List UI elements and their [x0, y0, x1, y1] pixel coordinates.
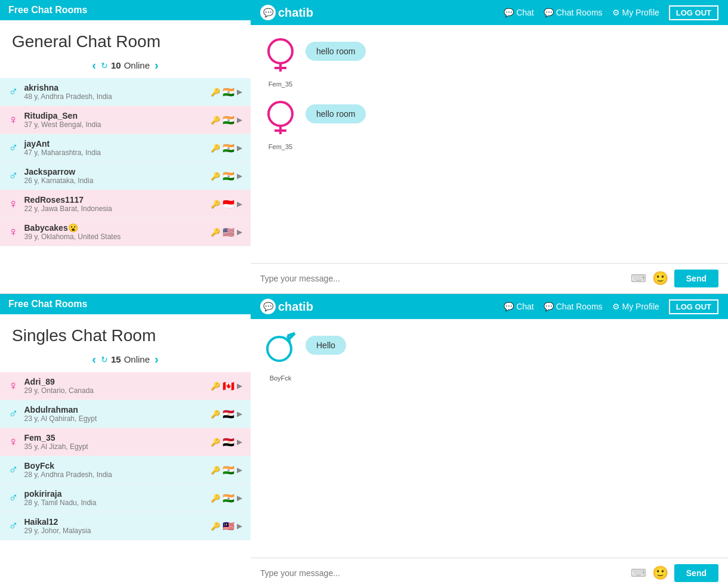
chat-message: Fem_35hello room — [263, 100, 716, 150]
next-arrow-top[interactable]: › — [155, 58, 159, 72]
prev-arrow-bottom[interactable]: ‹ — [92, 352, 96, 366]
next-arrow-bottom[interactable]: › — [155, 352, 159, 366]
gear-icon-top: ⚙ — [612, 8, 620, 17]
refresh-icon-top[interactable]: ↻ — [101, 61, 108, 70]
logo-icon-bottom: 💬 — [260, 299, 276, 314]
message-input-bottom[interactable] — [260, 565, 625, 581]
play-icon[interactable]: ▶ — [237, 466, 242, 474]
nav-links-bottom: 💬 Chat 💬 Chat Rooms ⚙ My Profile LOG OUT — [504, 299, 718, 314]
flag-icon: 🇨🇦 — [223, 380, 235, 392]
gender-icon: ♀ — [8, 196, 18, 212]
chat-link-bottom[interactable]: 💬 Chat — [504, 302, 534, 311]
list-item[interactable]: ♀Ritudipa_Sen37 y, West Bengal, India🔑🇮🇳… — [0, 106, 251, 134]
gender-icon: ♂ — [8, 168, 18, 184]
bottom-left-header-text: Free Chat Rooms — [8, 299, 87, 310]
avatar: Fem_35 — [263, 37, 298, 88]
chat-message: Fem_35hello room — [263, 37, 716, 88]
play-icon[interactable]: ▶ — [237, 144, 242, 152]
chatrooms-link-top[interactable]: 💬 Chat Rooms — [544, 8, 603, 17]
user-name: jayAnt — [24, 139, 205, 148]
top-right-header: 💬 chatib 💬 Chat 💬 Chat Rooms ⚙ My Profil… — [251, 0, 728, 25]
online-label-bottom: Online — [124, 354, 150, 364]
user-meta: 29 y, Ontario, Canada — [24, 386, 205, 395]
emoji-btn-bottom[interactable]: 🙂 — [652, 565, 668, 581]
chat-area-top: Fem_35hello room Fem_35hello room — [251, 25, 728, 263]
key-icon: 🔑 — [211, 200, 220, 209]
key-icon: 🔑 — [211, 438, 220, 447]
chat-icon-bottom: 💬 — [504, 302, 514, 311]
logo-icon-top: 💬 — [260, 5, 276, 20]
online-bar-top: ‹ ↻ 10 Online › — [0, 55, 251, 78]
avatar-name: Fem_35 — [269, 81, 292, 88]
nav-links-top: 💬 Chat 💬 Chat Rooms ⚙ My Profile LOG OUT — [504, 5, 718, 20]
play-icon[interactable]: ▶ — [237, 88, 242, 96]
list-item[interactable]: ♂Abdulrahman23 y, Al Qahirah, Egypt🔑🇪🇬▶ — [0, 400, 251, 428]
list-item[interactable]: ♀Fem_3535 y, Al Jizah, Egypt🔑🇪🇬▶ — [0, 428, 251, 456]
gear-icon-bottom: ⚙ — [612, 302, 620, 311]
play-icon[interactable]: ▶ — [237, 494, 242, 502]
myprofile-link-top[interactable]: ⚙ My Profile — [612, 8, 659, 17]
play-icon[interactable]: ▶ — [237, 522, 242, 530]
list-item[interactable]: ♂BoyFck28 y, Andhra Pradesh, India🔑🇮🇳▶ — [0, 456, 251, 484]
list-item[interactable]: ♂Jacksparrow26 y, Karnataka, India🔑🇮🇳▶ — [0, 162, 251, 190]
flag-icon: 🇺🇸 — [223, 227, 235, 238]
message-input-top[interactable] — [260, 270, 625, 287]
flag-icon: 🇮🇳 — [223, 114, 235, 126]
online-bar-bottom: ‹ ↻ 15 Online › — [0, 349, 251, 372]
gender-icon: ♂ — [8, 84, 18, 100]
list-item[interactable]: ♂Haikal1229 y, Johor, Malaysia🔑🇲🇾▶ — [0, 512, 251, 540]
send-btn-bottom[interactable]: Send — [674, 564, 718, 582]
list-item[interactable]: ♂pokiriraja28 y, Tamil Nadu, India🔑🇮🇳▶ — [0, 484, 251, 512]
play-icon[interactable]: ▶ — [237, 410, 242, 418]
key-icon: 🔑 — [211, 116, 220, 125]
user-name: Adri_89 — [24, 377, 205, 386]
play-icon[interactable]: ▶ — [237, 438, 242, 446]
chat-link-top[interactable]: 💬 Chat — [504, 8, 534, 17]
key-icon: 🔑 — [211, 88, 220, 97]
chat-input-area-bottom: ⌨ 🙂 Send — [251, 558, 728, 588]
list-item[interactable]: ♀RedRoses111722 y, Jawa Barat, Indonesia… — [0, 190, 251, 218]
list-item[interactable]: ♀Babycakes😮39 y, Oklahoma, United States… — [0, 218, 251, 246]
send-btn-top[interactable]: Send — [674, 270, 718, 287]
gender-icon: ♂ — [8, 490, 18, 506]
chatrooms-link-bottom[interactable]: 💬 Chat Rooms — [544, 302, 603, 311]
list-item[interactable]: ♂jayAnt47 y, Maharashtra, India🔑🇮🇳▶ — [0, 134, 251, 162]
prev-arrow-top[interactable]: ‹ — [92, 58, 96, 72]
refresh-icon-bottom[interactable]: ↻ — [101, 355, 108, 364]
emoji-btn-top[interactable]: 🙂 — [652, 271, 668, 286]
bottom-right-header: 💬 chatib 💬 Chat 💬 Chat Rooms ⚙ My Profil… — [251, 294, 728, 319]
key-icon: 🔑 — [211, 172, 220, 181]
list-item[interactable]: ♂akrishna48 y, Andhra Pradesh, India🔑🇮🇳▶ — [0, 78, 251, 106]
key-icon: 🔑 — [211, 382, 220, 391]
play-icon[interactable]: ▶ — [237, 200, 242, 208]
keyboard-icon-bottom[interactable]: ⌨ — [631, 567, 646, 580]
user-meta: 23 y, Al Qahirah, Egypt — [24, 414, 205, 423]
play-icon[interactable]: ▶ — [237, 172, 242, 180]
user-meta: 28 y, Tamil Nadu, India — [24, 499, 205, 507]
myprofile-label-top: My Profile — [622, 8, 659, 17]
key-icon: 🔑 — [211, 410, 220, 419]
chatrooms-icon-bottom: 💬 — [544, 302, 554, 311]
avatar: BoyFck — [263, 331, 298, 382]
gender-icon: ♂ — [8, 462, 18, 478]
play-icon[interactable]: ▶ — [237, 382, 242, 390]
play-icon[interactable]: ▶ — [237, 116, 242, 124]
list-item[interactable]: ♀Adri_8929 y, Ontario, Canada🔑🇨🇦▶ — [0, 372, 251, 400]
logo-text-top: chatib — [278, 6, 313, 20]
chatrooms-label-top: Chat Rooms — [556, 8, 603, 17]
logout-btn-top[interactable]: LOG OUT — [669, 5, 718, 20]
key-icon: 🔑 — [211, 522, 220, 531]
right-panel-bottom: 💬 chatib 💬 Chat 💬 Chat Rooms ⚙ My Profil… — [251, 294, 728, 588]
user-meta: 47 y, Maharashtra, India — [24, 148, 205, 157]
myprofile-link-bottom[interactable]: ⚙ My Profile — [612, 302, 659, 311]
user-meta: 48 y, Andhra Pradesh, India — [24, 92, 205, 101]
keyboard-icon-top[interactable]: ⌨ — [631, 272, 646, 285]
user-list-top: ♂akrishna48 y, Andhra Pradesh, India🔑🇮🇳▶… — [0, 78, 251, 293]
logout-btn-bottom[interactable]: LOG OUT — [669, 299, 718, 314]
avatar-gender-icon — [265, 100, 296, 141]
key-icon: 🔑 — [211, 228, 220, 237]
top-left-header-text: Free Chat Rooms — [8, 5, 87, 16]
play-icon[interactable]: ▶ — [237, 228, 242, 236]
chat-icon-top: 💬 — [504, 8, 514, 17]
room-title-bottom: Singles Chat Room — [12, 326, 239, 345]
